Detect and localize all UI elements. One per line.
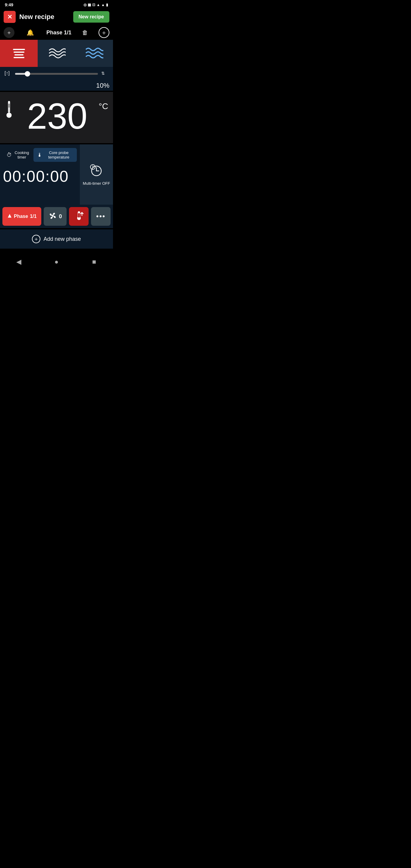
trash-icon: 🗑 xyxy=(82,29,88,36)
cooking-timer-icon: ⏱ xyxy=(7,152,12,158)
status-time: 9:49 xyxy=(5,2,13,7)
header: ✕ New recipe New recipe xyxy=(0,8,113,25)
heat-mode-selector xyxy=(0,40,113,67)
signal-icon: ▲ xyxy=(101,3,105,7)
fan-count-value: 0 xyxy=(59,213,62,220)
cooking-timer-tab[interactable]: ⏱ Cooking timer xyxy=(3,148,33,162)
fan-count-icon xyxy=(49,212,57,221)
close-icon: ✕ xyxy=(7,13,12,21)
phase-indicator-label: Phase xyxy=(14,214,28,219)
fan-percent-display: 10% xyxy=(0,81,113,91)
fan-count-button[interactable]: 0 xyxy=(44,207,67,226)
heat-mode-bottom[interactable] xyxy=(0,40,38,67)
recents-button[interactable]: ■ xyxy=(87,255,101,269)
more-dots-icon: ••• xyxy=(96,212,105,221)
multi-timer-label: Multi-timer OFF xyxy=(83,181,110,186)
core-probe-tab[interactable]: 🌡 Core probe temperature xyxy=(33,148,77,162)
core-probe-label: Core probe temperature xyxy=(44,150,73,159)
core-probe-icon: 🌡 xyxy=(37,152,42,158)
multi-timer-svg xyxy=(90,163,103,177)
multi-timer-icon xyxy=(90,163,103,179)
delete-phase-button[interactable]: 🗑 xyxy=(82,29,88,36)
status-icons: ◎ ▦ ⊡ ▲ ▲ ▮ xyxy=(84,3,108,7)
fan-max-icon: ⇅ xyxy=(100,69,109,78)
new-recipe-button[interactable]: New recipe xyxy=(73,11,109,23)
add-phase-left-button[interactable]: ＋ xyxy=(4,27,14,38)
svg-marker-12 xyxy=(8,214,11,218)
fan-svg xyxy=(49,212,57,220)
phase-svg xyxy=(7,213,12,218)
wifi-icon: ▲ xyxy=(96,3,100,7)
slider-thumb xyxy=(25,71,30,76)
temp-raise-svg xyxy=(74,211,84,220)
fan-left-svg: [↑] xyxy=(4,69,12,76)
add-left-icon: ＋ xyxy=(6,29,12,36)
topwave-icon xyxy=(85,46,103,61)
add-new-phase-button[interactable]: ＋ Add new phase xyxy=(0,229,113,249)
phase-icon xyxy=(7,213,12,219)
svg-text:⇅: ⇅ xyxy=(101,71,105,76)
svg-text:[↑]: [↑] xyxy=(4,70,10,76)
notification-icon: ◎ xyxy=(84,3,87,7)
fan-speed-section: [↑] ⇅ 10% xyxy=(0,67,113,91)
phase-title: Phase 1/1 xyxy=(46,30,71,36)
media-icon: ▦ xyxy=(88,3,91,7)
page-title: New recipe xyxy=(16,13,73,21)
home-button[interactable]: ● xyxy=(50,255,64,269)
fan-min-icon: [↑] xyxy=(4,69,13,78)
timer-main: ⏱ Cooking timer 🌡 Core probe temperature… xyxy=(0,144,80,205)
back-button[interactable]: ◀ xyxy=(12,255,26,269)
heat-mode-convection[interactable] xyxy=(38,40,75,67)
add-phase-label: Add new phase xyxy=(43,236,81,242)
temperature-raise-button[interactable] xyxy=(69,207,89,226)
location-icon: ⊡ xyxy=(92,3,95,7)
thermometer-svg xyxy=(5,101,13,119)
svg-rect-5 xyxy=(8,107,9,114)
add-phase-circle-icon: ＋ xyxy=(32,235,40,243)
fan-right-svg: ⇅ xyxy=(101,69,108,76)
plus-icon: ＋ xyxy=(101,29,107,37)
fan-slider-row: [↑] ⇅ xyxy=(0,67,113,81)
add-phase-plus-icon: ＋ xyxy=(33,236,39,243)
add-phase-right-button[interactable]: ＋ xyxy=(98,27,109,38)
multi-timer-panel[interactable]: Multi-timer OFF xyxy=(80,144,113,205)
thermometer-icon xyxy=(5,101,13,121)
temperature-display[interactable]: 230 °C xyxy=(0,92,113,143)
bottom-action-row: Phase 1/1 0 •• xyxy=(0,205,113,228)
bottom-heat-icon xyxy=(13,49,25,58)
close-button[interactable]: ✕ xyxy=(4,11,16,23)
phase-indicator-button[interactable]: Phase 1/1 xyxy=(2,207,41,226)
temp-raise-icon xyxy=(74,211,84,222)
timer-tabs: ⏱ Cooking timer 🌡 Core probe temperature xyxy=(3,148,77,162)
temperature-value: 230 xyxy=(16,98,99,134)
timer-section: ⏱ Cooking timer 🌡 Core probe temperature… xyxy=(0,144,113,205)
phase-navigation-bar: ＋ 🔔 Phase 1/1 🗑 ＋ xyxy=(0,25,113,40)
temperature-unit: °C xyxy=(99,101,108,111)
status-bar: 9:49 ◎ ▦ ⊡ ▲ ▲ ▮ xyxy=(0,0,113,8)
bell-icon: 🔔 xyxy=(27,29,34,36)
convection-wave-icon xyxy=(48,46,66,61)
phase-indicator-number: 1/1 xyxy=(30,214,36,219)
svg-rect-16 xyxy=(78,213,80,218)
cooking-timer-label: Cooking timer xyxy=(14,150,30,159)
navigation-bar: ◀ ● ■ xyxy=(0,251,113,273)
more-options-button[interactable]: ••• xyxy=(91,207,110,226)
heat-mode-topwave[interactable] xyxy=(75,40,113,67)
fan-speed-slider[interactable] xyxy=(15,73,98,75)
notification-bell-button[interactable]: 🔔 xyxy=(25,27,36,38)
timer-display[interactable]: 00:00:00 xyxy=(3,164,77,188)
svg-point-13 xyxy=(52,215,54,217)
battery-icon: ▮ xyxy=(106,3,108,7)
